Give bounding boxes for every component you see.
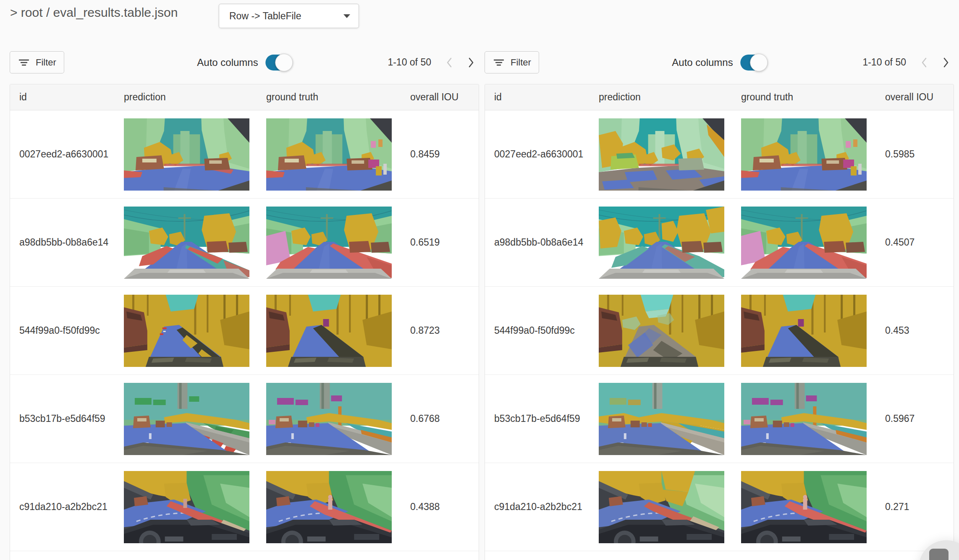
id-cell: c91da210-a2b2bc21 [10, 501, 124, 513]
pagination: 1-10 of 50 [862, 51, 954, 73]
toggle-knob [750, 54, 768, 71]
filter-button[interactable]: Filter [485, 51, 539, 73]
previous-page-button[interactable] [916, 53, 932, 72]
column-header-id[interactable]: id [485, 92, 599, 103]
table-panel-right: FilterAuto columns1-10 of 50idprediction… [485, 51, 954, 75]
column-header-ground-truth[interactable]: ground truth [266, 92, 409, 103]
ground-truth-cell [741, 118, 883, 191]
scroll-fab-icon [929, 549, 949, 560]
prediction-image[interactable] [599, 118, 724, 191]
ground-truth-image[interactable] [266, 295, 392, 367]
column-header-id[interactable]: id [10, 92, 124, 103]
prediction-cell [124, 471, 266, 543]
id-cell: c91da210-a2b2bc21 [485, 501, 599, 513]
filter-button-label: Filter [511, 57, 531, 68]
view-selector-dropdown[interactable]: Row -> TableFile [219, 4, 359, 28]
ground-truth-cell [266, 383, 409, 455]
next-page-button[interactable] [938, 53, 954, 72]
id-cell: b53cb17b-e5d64f59 [485, 413, 599, 424]
ground-truth-image[interactable] [266, 383, 392, 455]
table-row: b53cb17b-e5d64f590.6768 [10, 375, 479, 463]
ground-truth-image[interactable] [741, 471, 867, 543]
pagination-range: 1-10 of 50 [862, 57, 906, 68]
id-cell: a98db5bb-0b8a6e14 [10, 237, 124, 248]
ground-truth-image[interactable] [741, 118, 867, 191]
ground-truth-cell [741, 471, 883, 543]
next-page-button[interactable] [463, 53, 479, 72]
ground-truth-cell [266, 207, 409, 279]
data-table: idpredictionground truthoverall IOU0027e… [10, 84, 479, 560]
pagination: 1-10 of 50 [388, 51, 479, 73]
panel-toolbar: FilterAuto columns1-10 of 50 [10, 51, 479, 75]
filter-button[interactable]: Filter [10, 51, 64, 73]
id-cell: 0027eed2-a6630001 [485, 149, 599, 160]
iou-cell: 0.8459 [409, 149, 479, 160]
iou-cell: 0.4388 [409, 501, 479, 513]
column-header-ground-truth[interactable]: ground truth [741, 92, 883, 103]
prediction-image[interactable] [124, 118, 249, 191]
table-row: c91da210-a2b2bc210.271 [485, 463, 954, 551]
iou-cell: 0.5985 [883, 149, 954, 160]
ground-truth-cell [741, 207, 883, 279]
column-header-prediction[interactable]: prediction [599, 92, 741, 103]
iou-cell: 0.5967 [883, 413, 954, 424]
prediction-cell [599, 207, 741, 279]
ground-truth-cell [266, 471, 409, 543]
auto-columns-label: Auto columns [672, 57, 733, 68]
previous-page-button[interactable] [441, 53, 457, 72]
prediction-image[interactable] [599, 471, 724, 543]
ground-truth-image[interactable] [741, 383, 867, 455]
chevron-down-icon [343, 14, 350, 18]
prediction-image[interactable] [124, 471, 249, 543]
iou-cell: 0.453 [883, 325, 954, 336]
id-cell: b53cb17b-e5d64f59 [10, 413, 124, 424]
column-header-prediction[interactable]: prediction [124, 92, 266, 103]
prediction-cell [124, 295, 266, 367]
filter-button-label: Filter [36, 57, 56, 68]
ground-truth-image[interactable] [741, 207, 867, 279]
ground-truth-cell [266, 118, 409, 191]
table-row: 544f99a0-f50fd99c0.8723 [10, 287, 479, 375]
view-selector-value: Row -> TableFile [229, 10, 301, 22]
ground-truth-image[interactable] [741, 295, 867, 367]
ground-truth-image[interactable] [266, 207, 392, 279]
iou-cell: 0.4507 [883, 237, 954, 248]
pagination-range: 1-10 of 50 [388, 57, 431, 68]
prediction-image[interactable] [599, 207, 724, 279]
prediction-cell [124, 207, 266, 279]
ground-truth-image[interactable] [266, 118, 392, 191]
prediction-image[interactable] [124, 383, 249, 455]
iou-cell: 0.6519 [409, 237, 479, 248]
iou-cell: 0.271 [883, 501, 954, 513]
ground-truth-cell [266, 295, 409, 367]
table-row-partial [10, 551, 479, 560]
auto-columns-toggle[interactable] [741, 55, 767, 71]
table-panel-left: FilterAuto columns1-10 of 50idprediction… [10, 51, 479, 75]
artifact-table-view: > root / eval_results.table.json Row -> … [0, 0, 959, 560]
data-table: idpredictionground truthoverall IOU0027e… [485, 84, 954, 560]
panel-toolbar: FilterAuto columns1-10 of 50 [485, 51, 954, 75]
prediction-cell [599, 471, 741, 543]
prediction-image[interactable] [599, 383, 724, 455]
table-row: c91da210-a2b2bc210.4388 [10, 463, 479, 551]
column-header-overall-iou[interactable]: overall IOU [409, 92, 479, 103]
ground-truth-cell [741, 383, 883, 455]
id-cell: 0027eed2-a6630001 [10, 149, 124, 160]
auto-columns-label: Auto columns [197, 57, 258, 68]
ground-truth-image[interactable] [266, 471, 392, 543]
prediction-image[interactable] [124, 295, 249, 367]
breadcrumb[interactable]: > root / eval_results.table.json [10, 5, 178, 20]
column-header-overall-iou[interactable]: overall IOU [883, 92, 954, 103]
iou-cell: 0.8723 [409, 325, 479, 336]
id-cell: 544f99a0-f50fd99c [10, 325, 124, 336]
prediction-cell [124, 383, 266, 455]
table-row: 0027eed2-a66300010.5985 [485, 110, 954, 199]
prediction-image[interactable] [599, 295, 724, 367]
auto-columns-control: Auto columns [197, 51, 291, 73]
auto-columns-toggle[interactable] [266, 55, 292, 71]
filter-icon [18, 57, 30, 68]
prediction-cell [599, 383, 741, 455]
prediction-cell [124, 118, 266, 191]
prediction-image[interactable] [124, 207, 249, 279]
table-header-row: idpredictionground truthoverall IOU [10, 84, 479, 110]
